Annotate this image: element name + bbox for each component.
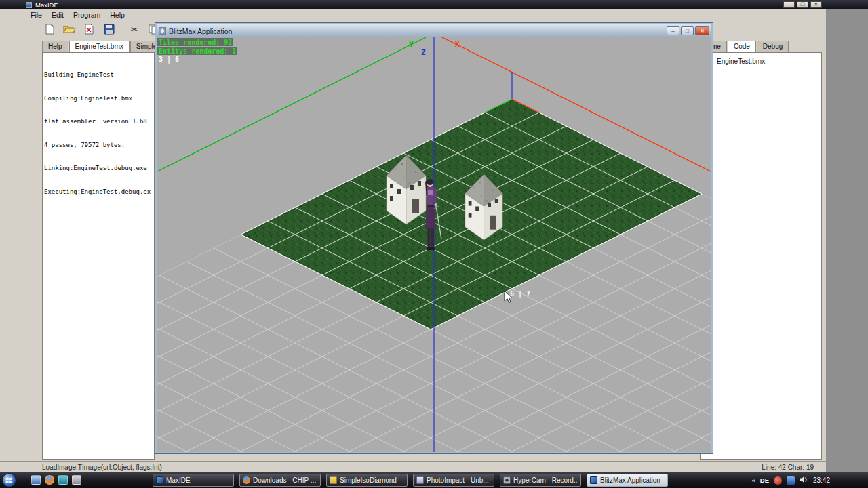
photoimpact-icon xyxy=(416,476,424,484)
status-message: LoadImage:TImage(url:Object, flags:Int) xyxy=(42,464,162,471)
maximize-button[interactable]: □ xyxy=(681,26,694,35)
tab-code[interactable]: Code xyxy=(728,41,756,52)
taskbar-button-maxide[interactable]: MaxIDE xyxy=(153,474,234,487)
maxide-titlebar[interactable]: MaxIDE – ❐ ✕ xyxy=(0,0,868,9)
language-indicator[interactable]: DE xyxy=(760,476,769,484)
system-tray: « DE 23:42 xyxy=(751,472,830,488)
blitzmax-icon xyxy=(590,476,597,484)
volume-icon[interactable] xyxy=(800,475,808,485)
new-file-icon[interactable] xyxy=(42,22,58,37)
tray-collapse-arrow[interactable]: « xyxy=(751,476,755,484)
output-line: Linking:EngineTest.debug.exe xyxy=(44,165,153,173)
open-folder-icon[interactable] xyxy=(62,22,78,37)
hud-entities-rendered: Entitys rendered: 1 xyxy=(159,47,236,55)
start-button[interactable] xyxy=(2,473,16,487)
taskbar-button-label: MaxIDE xyxy=(166,476,191,484)
quick-launch-bar xyxy=(31,475,81,485)
isometric-scene: Y X Z xyxy=(157,37,711,452)
menu-bar: File Edit Program Help xyxy=(0,9,826,20)
taskbar-button-label: Downloads - CHIP ... xyxy=(253,476,316,484)
minimize-button[interactable]: – xyxy=(667,26,679,35)
menu-help[interactable]: Help xyxy=(105,10,130,20)
y-axis-label: Y xyxy=(409,40,414,49)
blitzmax-window-controls: – □ ✕ xyxy=(667,26,709,35)
quick-launch-icon-4[interactable] xyxy=(72,475,81,485)
maxide-title: MaxIDE xyxy=(35,1,58,9)
save-icon[interactable] xyxy=(101,22,117,37)
taskbar-button-simpleisodiamond[interactable]: SimpleIsoDiamond xyxy=(326,474,408,487)
maxide-icon xyxy=(156,476,163,484)
tab-help[interactable]: Help xyxy=(42,41,68,52)
quick-launch-icon-2[interactable] xyxy=(45,475,54,485)
maxide-window-controls: – ❐ ✕ xyxy=(783,1,822,8)
output-line: Building EngineTest xyxy=(44,71,153,79)
file-item[interactable]: EngineTest.bmx xyxy=(701,53,821,65)
taskbar-button-photoimpact[interactable]: PhotoImpact - Unb... xyxy=(413,474,494,487)
tab-debug[interactable]: Debug xyxy=(757,41,789,52)
left-tab-row: Help EngineTest.bmx SimpleIso xyxy=(42,41,173,52)
clock[interactable]: 23:42 xyxy=(813,476,830,484)
output-line: Executing:EngineTest.debug.ex xyxy=(44,188,153,197)
taskbar-button-label: BlitzMax Application xyxy=(600,476,660,484)
hud-cursor-coordinate: 6 | 7 xyxy=(510,290,530,298)
quick-launch-icon-1[interactable] xyxy=(31,475,41,485)
code-tree-panel[interactable]: EngineTest.bmx xyxy=(700,52,822,460)
menu-program[interactable]: Program xyxy=(68,10,105,20)
output-line: 4 passes, 79572 bytes. xyxy=(44,142,153,150)
cursor-position: Line: 42 Char: 19 xyxy=(762,464,814,471)
close-file-icon[interactable] xyxy=(81,22,98,37)
blitzmax-window: BlitzMax Application – □ ✕ xyxy=(155,22,713,454)
taskbar-button-blitzmax[interactable]: BlitzMax Application xyxy=(587,474,668,487)
right-tab-row: me Code Debug xyxy=(705,41,789,52)
minimize-button[interactable]: – xyxy=(783,1,795,8)
close-button[interactable]: ✕ xyxy=(810,1,822,8)
taskbar-button-label: SimpleIsoDiamond xyxy=(340,476,397,484)
z-axis-label: Z xyxy=(421,48,426,57)
taskbar-button-downloads[interactable]: Downloads - CHIP ... xyxy=(239,474,321,487)
tray-icon-blue[interactable] xyxy=(787,476,795,485)
close-button[interactable]: ✕ xyxy=(695,26,709,35)
cut-icon[interactable]: ✂ xyxy=(126,22,142,37)
tray-icon-red[interactable] xyxy=(774,476,782,485)
output-line: Compiling:EngineTest.bmx xyxy=(44,95,153,103)
quick-launch-icon-3[interactable] xyxy=(58,475,68,485)
blitzmax-titlebar[interactable]: BlitzMax Application – □ ✕ xyxy=(157,24,711,37)
menu-edit[interactable]: Edit xyxy=(47,10,68,20)
hypercam-icon xyxy=(503,476,511,484)
hud-origin-coordinate: 3 | 6 xyxy=(159,56,179,64)
build-output-panel[interactable]: Building EngineTest Compiling:EngineTest… xyxy=(42,52,155,460)
menu-file[interactable]: File xyxy=(26,10,47,20)
hud-tiles-rendered: Tiles rendered: 92 xyxy=(159,39,232,46)
taskbar-button-label: HyperCam - Record... xyxy=(513,476,578,484)
status-bar: LoadImage:TImage(url:Object, flags:Int) … xyxy=(0,461,826,472)
taskbar-button-label: PhotoImpact - Unb... xyxy=(427,476,489,484)
firefox-icon xyxy=(243,476,250,484)
blitzmax-client-area[interactable]: Y X Z xyxy=(157,37,711,452)
blitzmax-title: BlitzMax Application xyxy=(169,27,232,35)
blitzmax-app-icon xyxy=(159,27,166,35)
maxide-app-icon xyxy=(26,2,32,8)
output-line: flat assembler version 1.68 xyxy=(44,118,153,126)
taskbar-button-hypercam[interactable]: HyperCam - Record... xyxy=(500,474,581,487)
restore-button[interactable]: ❐ xyxy=(797,1,808,8)
taskbar: MaxIDE Downloads - CHIP ... SimpleIsoDia… xyxy=(0,472,868,488)
x-axis-label: X xyxy=(455,40,460,49)
desktop: MaxIDE – ❐ ✕ File Edit Program Help xyxy=(0,0,868,488)
tab-enginetest[interactable]: EngineTest.bmx xyxy=(69,41,130,52)
folder-icon xyxy=(330,476,337,484)
